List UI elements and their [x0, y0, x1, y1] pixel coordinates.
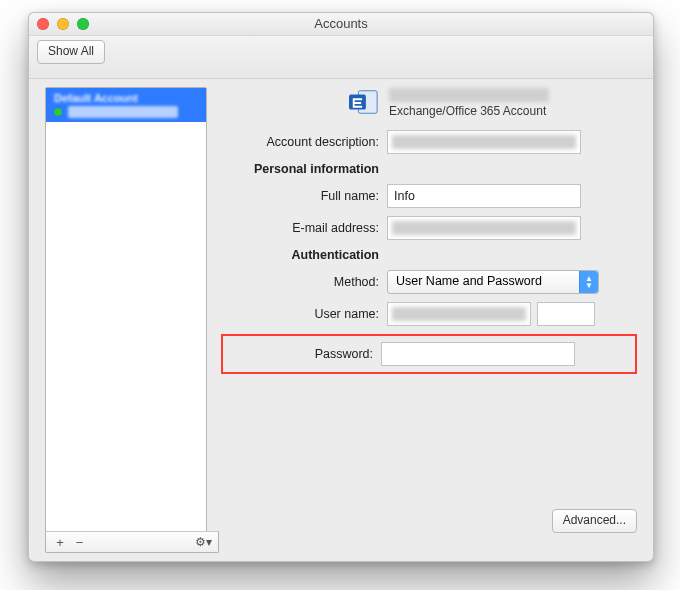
username-field[interactable] — [387, 302, 531, 326]
account-description-field[interactable] — [387, 130, 581, 154]
account-title-label — [389, 88, 549, 102]
account-form: Account description: Personal informatio… — [229, 130, 637, 374]
personal-information-section-label: Personal information — [229, 162, 379, 176]
email-address-label: E-mail address: — [229, 221, 379, 235]
password-label: Password: — [223, 347, 373, 361]
account-description-label: Account description: — [229, 135, 379, 149]
advanced-button[interactable]: Advanced... — [552, 509, 637, 533]
username-suffix-field[interactable] — [537, 302, 595, 326]
accounts-preferences-window: Accounts Show All Default Account + − ⚙︎… — [28, 12, 654, 562]
add-account-button[interactable]: + — [52, 535, 68, 550]
select-stepper-icon: ▲▼ — [579, 271, 598, 293]
zoom-window-icon[interactable] — [77, 18, 89, 30]
account-list-header: Default Account — [54, 92, 198, 104]
account-type-label: Exchange/Office 365 Account — [389, 104, 549, 118]
account-detail-pane: Exchange/Office 365 Account Account desc… — [229, 87, 637, 533]
window-title: Accounts — [29, 13, 653, 35]
accounts-sidebar[interactable]: Default Account — [45, 87, 207, 533]
status-dot-icon — [54, 108, 62, 116]
account-name-label — [68, 106, 178, 118]
password-field[interactable] — [381, 342, 575, 366]
sidebar-footer: + − ⚙︎▾ — [45, 531, 219, 553]
password-row-highlight: Password: — [221, 334, 637, 374]
show-all-button[interactable]: Show All — [37, 40, 105, 64]
full-name-field[interactable] — [387, 184, 581, 208]
content-area: Default Account + − ⚙︎▾ Exchan — [29, 73, 653, 561]
sidebar-gear-menu[interactable]: ⚙︎▾ — [195, 535, 212, 549]
account-list-item[interactable]: Default Account — [46, 88, 206, 122]
close-window-icon[interactable] — [37, 18, 49, 30]
traffic-lights — [37, 18, 89, 30]
method-select[interactable]: User Name and Password ▲▼ — [387, 270, 599, 294]
remove-account-button[interactable]: − — [72, 535, 88, 550]
minimize-window-icon[interactable] — [57, 18, 69, 30]
method-label: Method: — [229, 275, 379, 289]
email-address-field[interactable] — [387, 216, 581, 240]
titlebar: Accounts — [29, 13, 653, 36]
exchange-icon — [349, 87, 379, 117]
method-select-value: User Name and Password — [396, 274, 542, 288]
username-label: User name: — [229, 307, 379, 321]
full-name-label: Full name: — [229, 189, 379, 203]
authentication-section-label: Authentication — [229, 248, 379, 262]
